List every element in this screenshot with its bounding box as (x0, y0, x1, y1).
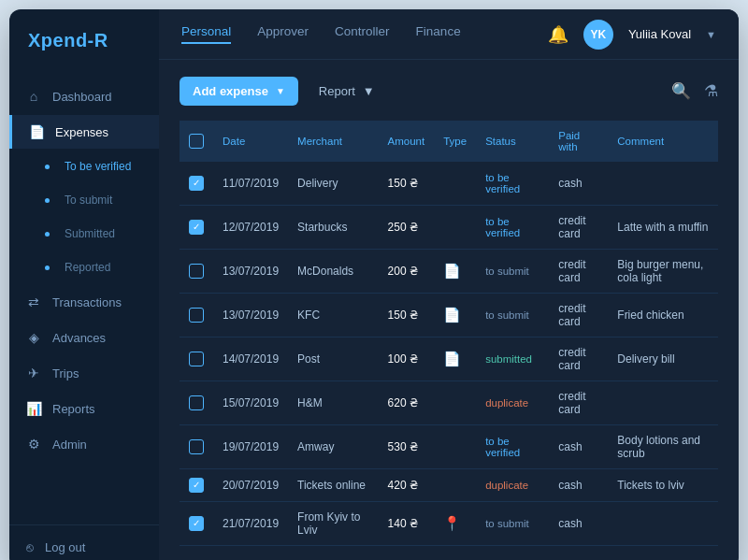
sidebar-item-dashboard[interactable]: ⌂Dashboard (9, 79, 159, 113)
cell-type[interactable]: 📄 (434, 337, 476, 381)
cell-status: to be verified (476, 425, 549, 469)
sidebar-item-sub-submitted[interactable]: Submitted (9, 218, 159, 250)
sidebar-item-sub-submit[interactable]: To submit (9, 184, 159, 216)
search-icon[interactable]: 🔍 (671, 81, 691, 101)
sidebar-item-expenses[interactable]: 📄Expenses (9, 115, 159, 149)
row-checkbox-2[interactable] (189, 264, 204, 279)
cell-type[interactable]: 📄 (434, 294, 476, 337)
col-header-Merchant: Merchant (288, 121, 378, 162)
cell-amount: 200 ₴ (379, 250, 435, 294)
cell-date: 20/07/2019 (213, 469, 288, 502)
user-name-label[interactable]: Yuliia Koval (628, 27, 691, 41)
sub-dot (45, 165, 50, 169)
sidebar-item-transactions[interactable]: ⇄Transactions (9, 285, 159, 319)
cell-merchant: H&M (288, 381, 378, 425)
status-badge: to be verified (485, 170, 539, 196)
table-row: 22/07/2019Bus20 ₴submittedcashOne way ti… (180, 546, 718, 553)
col-header-Date: Date (213, 121, 288, 162)
cell-type (434, 162, 476, 206)
expenses-label: Expenses (55, 125, 108, 139)
tab-finance[interactable]: Finance (416, 24, 461, 44)
report-button[interactable]: Report ▼ (309, 77, 384, 106)
trips-label: Trips (52, 366, 79, 381)
sub-dot (45, 198, 50, 203)
pin-icon[interactable]: 📍 (443, 515, 461, 531)
status-badge: to submit (485, 308, 529, 323)
cell-amount: 420 ₴ (379, 469, 435, 502)
logo-text: Xpend- (28, 30, 94, 50)
advances-label: Advances (52, 331, 106, 345)
cell-merchant: Post (288, 337, 378, 381)
cell-comment: Tickets to lviv (608, 469, 718, 502)
cell-paid-with: cash (549, 162, 608, 206)
logout-label: Log out (45, 540, 85, 554)
table-row: 15/07/2019H&M620 ₴duplicatecredit card (180, 381, 718, 425)
cell-comment: Delivery bill (608, 337, 718, 381)
select-all-checkbox[interactable] (189, 134, 204, 149)
row-checkbox-7[interactable] (189, 478, 204, 493)
status-badge: to be verified (485, 214, 539, 240)
cell-type (434, 469, 476, 502)
cell-date: 21/07/2019 (213, 502, 288, 546)
table-row: 12/07/2019Starbucks250 ₴to be verifiedcr… (180, 206, 718, 250)
logout-item[interactable]: ⎋ Log out (9, 524, 159, 560)
cell-amount: 250 ₴ (379, 206, 435, 250)
advances-icon: ◈ (26, 330, 41, 345)
table-body: 11/07/2019Delivery150 ₴to be verifiedcas… (180, 162, 718, 553)
cell-status: to be verified (476, 162, 549, 206)
sidebar-item-sub-verify[interactable]: To be verified (9, 151, 159, 182)
cell-type[interactable]: 📍 (434, 502, 476, 546)
cell-merchant: McDonalds (288, 250, 378, 294)
table-row: 13/07/2019KFC150 ₴📄to submitcredit cardF… (180, 294, 718, 337)
table-row: 21/07/2019From Kyiv to Lviv140 ₴📍to subm… (180, 502, 718, 546)
row-checkbox-0[interactable] (189, 176, 204, 191)
status-badge: duplicate (485, 478, 528, 493)
row-checkbox-1[interactable] (189, 220, 204, 235)
doc-icon[interactable]: 📄 (443, 307, 461, 323)
sidebar-item-trips[interactable]: ✈Trips (9, 356, 159, 390)
cell-merchant: Bus (288, 546, 378, 553)
tab-personal[interactable]: Personal (181, 24, 231, 44)
add-expense-chevron-icon: ▼ (276, 86, 285, 96)
row-checkbox-5[interactable] (189, 395, 204, 410)
cell-type[interactable]: 📄 (434, 250, 476, 294)
doc-icon[interactable]: 📄 (443, 351, 461, 366)
cell-type (434, 546, 476, 553)
cell-paid-with: credit card (549, 294, 608, 337)
sidebar-item-reports[interactable]: 📊Reports (9, 392, 159, 425)
table-row: 11/07/2019Delivery150 ₴to be verifiedcas… (180, 162, 718, 206)
row-checkbox-4[interactable] (189, 352, 204, 366)
notification-bell-icon[interactable]: 🔔 (548, 24, 568, 45)
toolbar-actions: 🔍 ⚗ (671, 81, 718, 101)
status-badge: duplicate (485, 395, 528, 410)
logout-icon: ⎋ (26, 540, 34, 554)
sidebar-item-advances[interactable]: ◈Advances (9, 321, 159, 354)
cell-date: 15/07/2019 (213, 381, 288, 425)
status-badge: to be verified (485, 434, 539, 460)
tab-approver[interactable]: Approver (257, 24, 309, 44)
cell-paid-with: credit card (549, 337, 608, 381)
sidebar-item-admin[interactable]: ⚙Admin (9, 427, 159, 461)
cell-date: 12/07/2019 (213, 206, 288, 250)
doc-icon[interactable]: 📄 (443, 263, 461, 279)
filter-icon[interactable]: ⚗ (704, 81, 718, 101)
row-checkbox-3[interactable] (189, 308, 204, 323)
cell-date: 14/07/2019 (213, 337, 288, 381)
admin-icon: ⚙ (26, 437, 41, 452)
row-checkbox-6[interactable] (189, 439, 204, 454)
cell-paid-with: cash (549, 425, 608, 469)
cell-comment: Fried chicken (608, 294, 718, 337)
cell-comment (608, 381, 718, 425)
cell-paid-with: cash (549, 469, 608, 502)
cell-status: submitted (476, 337, 549, 381)
cell-merchant: Delivery (288, 162, 378, 206)
add-expense-button[interactable]: Add expense ▼ (180, 77, 298, 106)
cell-date: 13/07/2019 (213, 294, 288, 337)
row-checkbox-8[interactable] (189, 516, 204, 531)
expenses-table-wrap: DateMerchantAmountTypeStatusPaid withCom… (180, 121, 718, 553)
tab-controller[interactable]: Controller (335, 24, 390, 44)
cell-merchant: From Kyiv to Lviv (288, 502, 378, 546)
status-badge: submitted (485, 352, 532, 366)
sidebar-item-sub-reported[interactable]: Reported (9, 251, 159, 283)
cell-status: to submit (476, 294, 549, 337)
